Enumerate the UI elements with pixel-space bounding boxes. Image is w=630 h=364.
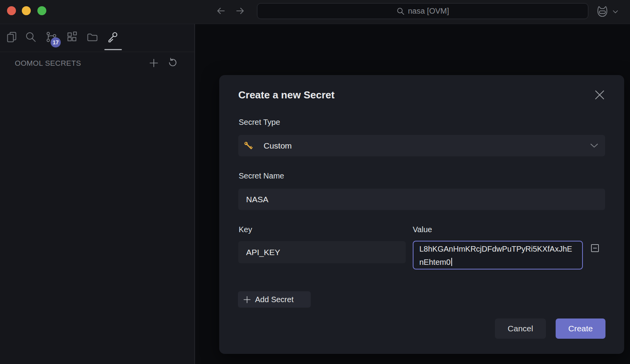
refresh-icon[interactable] (167, 58, 178, 68)
key-input[interactable] (238, 241, 406, 263)
add-secret-button[interactable]: Add Secret (238, 291, 311, 308)
add-secret-label: Add Secret (255, 295, 294, 304)
source-control-badge: 17 (51, 37, 61, 47)
back-arrow-icon[interactable] (215, 5, 227, 18)
secret-name-label: Secret Name (239, 172, 284, 180)
create-secret-modal: Create a new Secret Secret Type Custom S… (219, 75, 624, 354)
secret-type-label: Secret Type (239, 118, 280, 127)
titlebar: nasa [OVM] (0, 0, 630, 24)
value-label: Value (413, 225, 432, 234)
window-minimize-button[interactable] (22, 6, 31, 15)
search-panel-icon[interactable] (25, 31, 37, 43)
gold-key-icon (243, 141, 253, 150)
account-menu[interactable] (595, 4, 623, 19)
plus-icon (243, 296, 251, 304)
secret-type-select[interactable]: Custom (238, 135, 605, 156)
key-label: Key (239, 225, 252, 234)
add-secret-panel-icon[interactable] (148, 58, 159, 68)
chevron-down-icon (613, 10, 618, 14)
search-query-text: nasa [OVM] (408, 7, 449, 16)
create-button[interactable]: Create (556, 318, 605, 339)
search-icon (396, 7, 405, 15)
files-icon[interactable] (6, 31, 18, 43)
select-chevron-down-icon (590, 144, 598, 148)
cancel-button[interactable]: Cancel (495, 318, 546, 339)
command-search-bar[interactable]: nasa [OVM] (257, 3, 588, 19)
remove-row-minus-square-icon[interactable] (590, 243, 600, 253)
folder-icon[interactable] (86, 31, 98, 43)
value-input-text: L8hKGAnHmKRcjDFdwPuTPyRi5KXfAxJhEnEhtem0 (419, 245, 572, 266)
window-close-button[interactable] (7, 6, 16, 15)
secret-type-value: Custom (264, 141, 292, 150)
modal-title: Create a new Secret (238, 89, 334, 101)
secret-name-input[interactable] (238, 189, 605, 210)
extensions-icon[interactable] (66, 31, 78, 43)
window-zoom-button[interactable] (37, 6, 46, 15)
close-icon[interactable] (595, 89, 606, 101)
mascot-cat-icon (595, 5, 610, 18)
secrets-panel-title: OOMOL SECRETS (15, 59, 81, 68)
sidebar: 17 OOMOL SECRETS (0, 24, 195, 364)
active-tab-indicator (104, 49, 122, 50)
secrets-key-icon[interactable] (107, 31, 118, 43)
activity-bar: 17 (0, 24, 195, 52)
value-input[interactable]: L8hKGAnHmKRcjDFdwPuTPyRi5KXfAxJhEnEhtem0 (413, 241, 583, 270)
forward-arrow-icon[interactable] (234, 5, 247, 18)
